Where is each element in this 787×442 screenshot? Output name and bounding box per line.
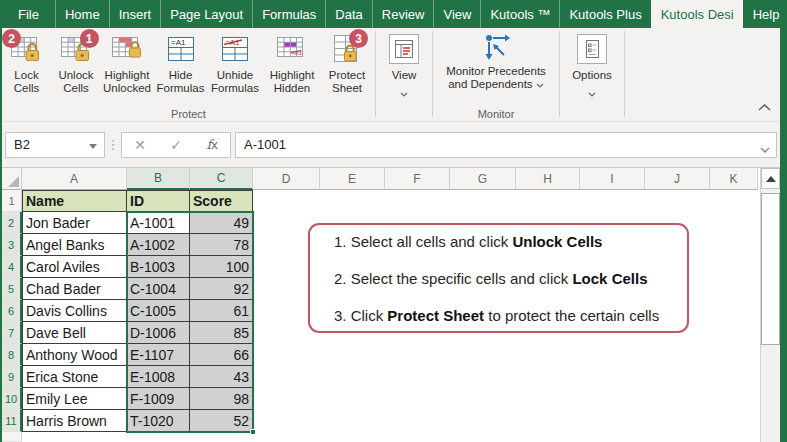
tab-formulas[interactable]: Formulas [252, 0, 325, 28]
cell-empty[interactable] [320, 190, 385, 212]
cell-empty[interactable] [710, 322, 758, 344]
active-cell-b2[interactable]: A-1001 [127, 212, 190, 234]
tab-insert[interactable]: Insert [109, 0, 161, 28]
row-header-7[interactable]: 7 [2, 322, 22, 344]
cell-empty[interactable] [450, 410, 516, 432]
cell-score[interactable]: 61 [190, 300, 253, 322]
cell-empty[interactable] [710, 366, 758, 388]
cell-score[interactable]: 52 [190, 410, 253, 432]
cell-empty[interactable] [385, 344, 450, 366]
tab-home[interactable]: Home [55, 0, 109, 28]
cell-empty[interactable] [580, 366, 645, 388]
view-button[interactable]: View [389, 28, 419, 101]
cell-empty[interactable] [580, 190, 645, 212]
tab-help[interactable]: Help [743, 0, 787, 28]
column-header-i[interactable]: I [580, 168, 645, 190]
cell-empty[interactable] [320, 388, 385, 410]
row-header-3[interactable]: 3 [2, 234, 22, 256]
highlight-hidden-button[interactable]: =A1 HighlightHidden [263, 28, 321, 95]
collapse-ribbon-button[interactable] [758, 97, 771, 115]
cell-name[interactable]: Anthony Wood [22, 344, 127, 366]
highlight-unlocked-button[interactable]: HighlightUnlocked [101, 28, 153, 95]
cell-empty[interactable] [516, 410, 580, 432]
cell-header-name[interactable]: Name [22, 190, 127, 212]
column-header-c[interactable]: C [190, 168, 253, 190]
cell-empty[interactable] [710, 388, 758, 410]
cell-empty[interactable] [253, 366, 320, 388]
column-header-e[interactable]: E [320, 168, 385, 190]
row-header-10[interactable]: 10 [2, 388, 22, 410]
cell-empty[interactable] [710, 190, 758, 212]
cell-empty[interactable] [450, 190, 516, 212]
cell-score[interactable]: 43 [190, 366, 253, 388]
cell-empty[interactable] [710, 234, 758, 256]
cell-empty[interactable] [385, 190, 450, 212]
cancel-icon[interactable]: ✕ [134, 137, 146, 153]
cell-empty[interactable] [645, 366, 710, 388]
tab-kutools-plus[interactable]: Kutools Plus [559, 0, 650, 28]
cell-empty[interactable] [710, 212, 758, 234]
cell-id[interactable]: A-1002 [127, 234, 190, 256]
hide-formulas-button[interactable]: =A1 HideFormulas [154, 28, 207, 95]
row-header-2[interactable]: 2 [2, 212, 22, 234]
cell-empty[interactable] [320, 344, 385, 366]
vertical-scrollbar[interactable] [760, 168, 780, 442]
cell-empty[interactable] [516, 366, 580, 388]
cell-empty[interactable] [516, 190, 580, 212]
formula-input[interactable]: A-1001 [235, 132, 777, 158]
scrollbar-thumb[interactable] [761, 193, 780, 345]
cell-empty[interactable] [580, 410, 645, 432]
cell-empty[interactable] [450, 344, 516, 366]
cell-empty[interactable] [710, 256, 758, 278]
cell-empty[interactable] [710, 278, 758, 300]
cell-empty[interactable] [450, 366, 516, 388]
insert-function-icon[interactable]: fx [206, 137, 217, 152]
cell-empty[interactable] [710, 300, 758, 322]
monitor-precedents-button[interactable]: Monitor Precedents and Dependents [446, 28, 546, 91]
cell-empty[interactable] [580, 344, 645, 366]
cell-name[interactable]: Dave Bell [22, 322, 127, 344]
column-header-h[interactable]: H [516, 168, 580, 190]
column-header-d[interactable]: D [253, 168, 320, 190]
cell-empty[interactable] [645, 410, 710, 432]
cell-empty[interactable] [385, 366, 450, 388]
cell-empty[interactable] [645, 344, 710, 366]
cell-empty[interactable] [22, 432, 127, 442]
cell-empty[interactable] [516, 388, 580, 410]
cell-id[interactable]: T-1020 [127, 410, 190, 432]
cell-empty[interactable] [710, 410, 758, 432]
row-header-6[interactable]: 6 [2, 300, 22, 322]
row-header-9[interactable]: 9 [2, 366, 22, 388]
cell-id[interactable]: E-1107 [127, 344, 190, 366]
cell-score[interactable]: 100 [190, 256, 253, 278]
name-box-dropdown-icon[interactable] [89, 144, 97, 149]
cell-id[interactable]: C-1004 [127, 278, 190, 300]
cell-empty[interactable] [450, 388, 516, 410]
cell-id[interactable]: E-1008 [127, 366, 190, 388]
unhide-formulas-button[interactable]: =A1 UnhideFormulas [207, 28, 263, 95]
cell-id[interactable]: F-1009 [127, 388, 190, 410]
cell-header-id[interactable]: ID [127, 190, 190, 212]
tab-page-layout[interactable]: Page Layout [160, 0, 252, 28]
cell-score[interactable]: 98 [190, 388, 253, 410]
expand-formula-bar-icon[interactable] [760, 141, 770, 156]
cell-empty[interactable] [516, 344, 580, 366]
options-button[interactable]: Options [572, 28, 612, 101]
row-header-11[interactable]: 11 [2, 410, 22, 432]
protect-sheet-button[interactable]: 3 ProtectSheet [322, 28, 372, 95]
cell-empty[interactable] [320, 366, 385, 388]
tab-view[interactable]: View [433, 0, 480, 28]
cell-name[interactable]: Angel Banks [22, 234, 127, 256]
cell-name[interactable]: Davis Collins [22, 300, 127, 322]
unlock-cells-button[interactable]: 1 UnlockCells [51, 28, 101, 95]
cell-score[interactable]: 78 [190, 234, 253, 256]
cell-empty[interactable] [710, 344, 758, 366]
column-header-j[interactable]: J [645, 168, 710, 190]
row-header-5[interactable]: 5 [2, 278, 22, 300]
cell-name[interactable]: Erica Stone [22, 366, 127, 388]
column-header-f[interactable]: F [385, 168, 450, 190]
row-header-4[interactable]: 4 [2, 256, 22, 278]
cell-empty[interactable] [253, 388, 320, 410]
row-header-8[interactable]: 8 [2, 344, 22, 366]
select-all-button[interactable] [2, 168, 22, 190]
